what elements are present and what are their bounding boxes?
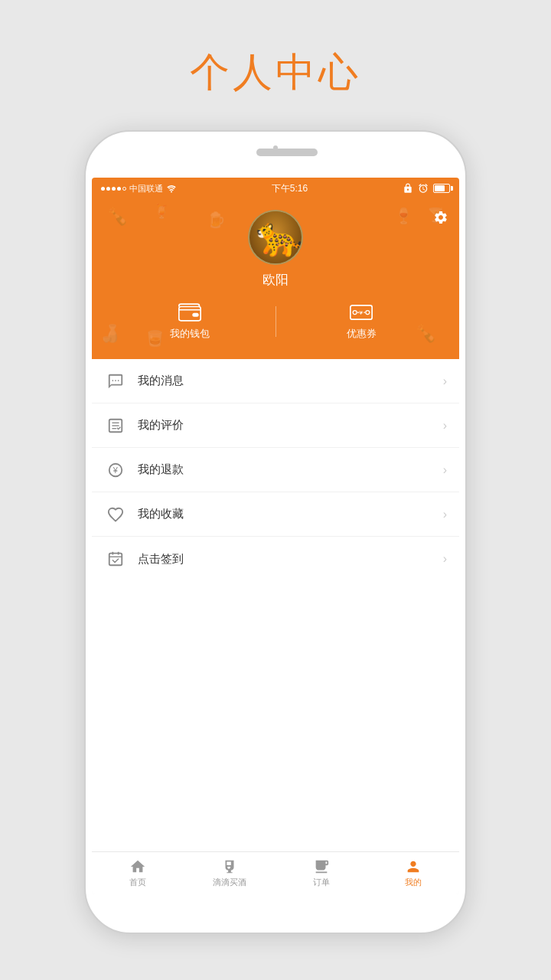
tab-profile[interactable]: 我的 [367, 852, 459, 894]
favorite-label: 我的收藏 [138, 507, 443, 521]
review-label: 我的评价 [138, 418, 443, 433]
svg-point-4 [366, 311, 370, 315]
wallet-icon [178, 302, 201, 322]
coupon-label: 优惠券 [347, 327, 377, 341]
status-time: 下午5:16 [272, 182, 308, 195]
coupon-button[interactable]: ¥ 优惠券 [276, 302, 448, 341]
tab-wine-label: 滴滴买酒 [213, 877, 246, 888]
wallet-label: 我的钱包 [170, 327, 210, 341]
profile-header: 🍾 🍹 🍺 🍷 🍸 🍶 🥃 🍾 [92, 199, 459, 359]
status-right [403, 183, 450, 194]
svg-point-8 [118, 380, 119, 381]
page-title: 个人中心 [190, 46, 361, 100]
menu-item-favorite[interactable]: 我的收藏 › [92, 492, 459, 537]
tab-order[interactable]: 订单 [276, 852, 367, 894]
avatar-section: 欧阳 [104, 210, 447, 289]
message-arrow: › [443, 374, 447, 388]
review-arrow: › [443, 419, 447, 433]
favorite-icon [104, 503, 127, 526]
status-bar: 中国联通 下午5:16 [92, 178, 459, 199]
tab-home[interactable]: 首页 [92, 852, 184, 894]
battery-icon [433, 184, 450, 193]
tab-profile-label: 我的 [405, 877, 422, 888]
quick-actions: 我的钱包 ¥ 优惠券 [104, 302, 447, 341]
coupon-icon: ¥ [350, 302, 373, 322]
signal-dots [101, 187, 126, 191]
signal-dot-3 [112, 187, 116, 191]
review-icon [104, 414, 127, 437]
refund-icon: ¥ [104, 459, 127, 482]
svg-point-7 [115, 380, 116, 381]
username: 欧阳 [262, 271, 289, 289]
alarm-icon [418, 183, 429, 194]
checkin-icon [104, 547, 127, 570]
svg-text:¥: ¥ [360, 309, 364, 316]
menu-list: 我的消息 › 我的评价 › [92, 359, 459, 851]
phone-screen: 中国联通 下午5:16 [92, 178, 459, 894]
profile-tab-icon [405, 858, 422, 875]
wine-icon [221, 858, 238, 875]
favorite-arrow: › [443, 508, 447, 521]
order-icon [313, 858, 330, 875]
phone-speaker [256, 149, 318, 156]
menu-item-message[interactable]: 我的消息 › [92, 359, 459, 403]
avatar-image [249, 211, 302, 264]
tab-order-label: 订单 [313, 877, 330, 888]
signal-dot-5 [122, 187, 126, 191]
refund-label: 我的退款 [138, 462, 443, 477]
page-wrapper: 个人中心 中国联通 下午5 [0, 0, 551, 980]
wallet-button[interactable]: 我的钱包 [104, 302, 276, 341]
checkin-arrow: › [443, 552, 447, 566]
wifi-icon [166, 185, 177, 193]
message-icon [104, 370, 127, 393]
svg-rect-15 [109, 554, 122, 566]
svg-point-6 [112, 380, 113, 381]
home-icon [129, 858, 146, 875]
menu-item-checkin[interactable]: 点击签到 › [92, 537, 459, 581]
status-left: 中国联通 [101, 183, 177, 194]
svg-rect-1 [192, 313, 198, 317]
tab-bar: 首页 滴滴买酒 订单 [92, 851, 459, 894]
lock-icon [403, 183, 413, 194]
signal-dot-2 [106, 187, 110, 191]
menu-item-refund[interactable]: ¥ 我的退款 › [92, 448, 459, 492]
carrier-text: 中国联通 [129, 183, 163, 194]
refund-arrow: › [443, 463, 447, 477]
tab-home-label: 首页 [129, 877, 146, 888]
signal-dot-1 [101, 187, 105, 191]
svg-point-3 [353, 311, 357, 315]
message-label: 我的消息 [138, 374, 443, 388]
tab-wine[interactable]: 滴滴买酒 [184, 852, 276, 894]
signal-dot-4 [117, 187, 121, 191]
menu-item-review[interactable]: 我的评价 › [92, 403, 459, 448]
svg-text:¥: ¥ [112, 466, 119, 475]
phone-frame: 中国联通 下午5:16 [84, 130, 467, 934]
avatar[interactable] [248, 210, 303, 265]
checkin-label: 点击签到 [138, 552, 443, 567]
battery-fill [435, 185, 445, 191]
